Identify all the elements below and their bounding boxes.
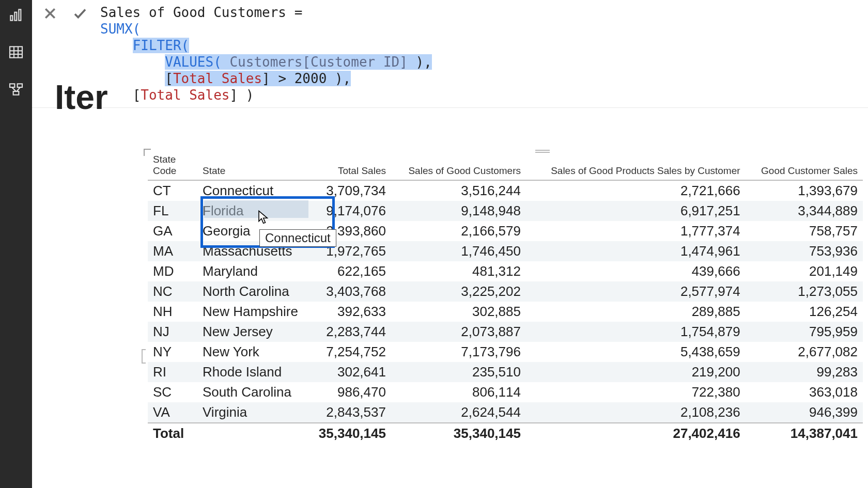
col-state-code[interactable]: State Code	[148, 153, 197, 180]
table-row[interactable]: VAVirginia2,843,5372,624,5442,108,236946…	[148, 402, 863, 423]
cell-state-code[interactable]: MA	[148, 241, 197, 261]
col-sales-good-customers[interactable]: Sales of Good Customers	[391, 153, 526, 180]
report-view-icon[interactable]	[4, 3, 28, 27]
cell-state-code[interactable]: CT	[148, 180, 197, 201]
cell-sales-good-customers[interactable]: 2,073,887	[391, 322, 526, 342]
cell-state[interactable]: South Carolina	[197, 382, 306, 402]
cell-state-code[interactable]: FL	[148, 201, 197, 221]
cell-state[interactable]: Virginia	[197, 402, 306, 423]
cell-state[interactable]: New Hampshire	[197, 302, 306, 322]
cell-good-customer-sales[interactable]: 1,393,679	[746, 180, 863, 201]
cell-sales-good-customers[interactable]: 9,148,948	[391, 201, 526, 221]
table-row[interactable]: RIRhode Island302,641235,510219,20099,28…	[148, 362, 863, 382]
model-view-icon[interactable]	[4, 77, 28, 101]
cell-sales-good-products[interactable]: 289,885	[526, 302, 746, 322]
cell-sales-good-products[interactable]: 439,666	[526, 261, 746, 281]
cell-state[interactable]: New Jersey	[197, 322, 306, 342]
formula-accept-button[interactable]	[65, 1, 95, 26]
cell-state[interactable]: Rhode Island	[197, 362, 306, 382]
cell-total-sales[interactable]: 392,633	[306, 302, 391, 322]
formula-editor[interactable]: Sales of Good Customers = SUMX( FILTER( …	[95, 1, 865, 106]
table-row[interactable]: FLFlorida9,174,0769,148,9486,917,2513,34…	[148, 201, 863, 221]
table-row[interactable]: SCSouth Carolina986,470806,114722,380363…	[148, 382, 863, 402]
cell-sales-good-customers[interactable]: 2,166,579	[391, 221, 526, 241]
cell-state-code[interactable]: SC	[148, 382, 197, 402]
cell-state-code[interactable]: NH	[148, 302, 197, 322]
cell-total-sales[interactable]: 7,254,752	[306, 342, 391, 362]
cell-sales-good-products[interactable]: 2,108,236	[526, 402, 746, 423]
total-row: Total35,340,14535,340,14527,402,41614,38…	[148, 423, 863, 444]
table-row[interactable]: NJNew Jersey2,283,7442,073,8871,754,8797…	[148, 322, 863, 342]
cell-total-sales[interactable]: 9,174,076	[306, 201, 391, 221]
table-row[interactable]: NCNorth Carolina3,403,7683,225,2022,577,…	[148, 281, 863, 302]
cell-sales-good-customers[interactable]: 3,516,244	[391, 180, 526, 201]
visual-drag-handle[interactable]	[535, 150, 550, 155]
cell-good-customer-sales[interactable]: 753,936	[746, 241, 863, 261]
cell-good-customer-sales[interactable]: 2,677,082	[746, 342, 863, 362]
col-sales-good-products-by-customer[interactable]: Sales of Good Products Sales by Customer	[526, 153, 746, 180]
cell-sales-good-products[interactable]: 6,917,251	[526, 201, 746, 221]
table-row[interactable]: MAMassachusetts1,972,7651,746,4501,474,9…	[148, 241, 863, 261]
cell-sales-good-customers[interactable]: 302,885	[391, 302, 526, 322]
col-state[interactable]: State	[197, 153, 306, 180]
cell-sales-good-products[interactable]: 1,754,879	[526, 322, 746, 342]
cell-good-customer-sales[interactable]: 363,018	[746, 382, 863, 402]
table-row[interactable]: MDMaryland622,165481,312439,666201,149	[148, 261, 863, 281]
cell-sales-good-customers[interactable]: 235,510	[391, 362, 526, 382]
cell-good-customer-sales[interactable]: 795,959	[746, 322, 863, 342]
cell-sales-good-products[interactable]: 1,474,961	[526, 241, 746, 261]
cell-state-code[interactable]: NJ	[148, 322, 197, 342]
cell-state-code[interactable]: NY	[148, 342, 197, 362]
cell-state-code[interactable]: MD	[148, 261, 197, 281]
cell-state-code[interactable]: RI	[148, 362, 197, 382]
cell-good-customer-sales[interactable]: 99,283	[746, 362, 863, 382]
cell-sales-good-customers[interactable]: 806,114	[391, 382, 526, 402]
cell-good-customer-sales[interactable]: 201,149	[746, 261, 863, 281]
data-view-icon[interactable]	[4, 40, 28, 64]
cell-sales-good-customers[interactable]: 3,225,202	[391, 281, 526, 302]
cell-total-sales[interactable]: 302,641	[306, 362, 391, 382]
cell-state[interactable]: Maryland	[197, 261, 306, 281]
cell-good-customer-sales[interactable]: 126,254	[746, 302, 863, 322]
cell-sales-good-products[interactable]: 722,380	[526, 382, 746, 402]
cell-good-customer-sales[interactable]: 946,399	[746, 402, 863, 423]
cell-state[interactable]: Florida	[197, 201, 306, 221]
table-row[interactable]: NYNew York7,254,7527,173,7965,438,6592,6…	[148, 342, 863, 362]
cell-good-customer-sales[interactable]: 758,757	[746, 221, 863, 241]
svg-rect-1	[14, 12, 17, 21]
cell-state-code[interactable]: VA	[148, 402, 197, 423]
col-good-customer-sales[interactable]: Good Customer Sales	[746, 153, 863, 180]
cell-sales-good-products[interactable]: 2,577,974	[526, 281, 746, 302]
cell-sales-good-products[interactable]: 2,721,666	[526, 180, 746, 201]
cell-state-code[interactable]: GA	[148, 221, 197, 241]
table-row[interactable]: GAGeorgia2,393,8602,166,5791,777,374758,…	[148, 221, 863, 241]
cell-sales-good-products[interactable]: 1,777,374	[526, 221, 746, 241]
cell-total-sales[interactable]: 986,470	[306, 382, 391, 402]
cell-sales-good-products[interactable]: 5,438,659	[526, 342, 746, 362]
cell-sales-good-products[interactable]: 219,200	[526, 362, 746, 382]
cell-sales-good-customers[interactable]: 7,173,796	[391, 342, 526, 362]
cell-state[interactable]: North Carolina	[197, 281, 306, 302]
cell-total-sales[interactable]: 2,283,744	[306, 322, 391, 342]
formula-cancel-button[interactable]	[35, 1, 65, 26]
visual-side-handle[interactable]	[142, 349, 146, 364]
visual-corner-handle[interactable]	[144, 149, 151, 156]
cell-total-sales[interactable]: 3,403,768	[306, 281, 391, 302]
cell-state[interactable]: Connecticut	[197, 180, 306, 201]
cell-sales-good-customers[interactable]: 1,746,450	[391, 241, 526, 261]
table-visual[interactable]: State Code State Total Sales Sales of Go…	[148, 153, 863, 444]
table-row[interactable]: CTConnecticut3,709,7343,516,2442,721,666…	[148, 180, 863, 201]
cell-total-sales[interactable]: 622,165	[306, 261, 391, 281]
page-title: Iter	[55, 77, 108, 117]
cell-total-sales[interactable]: 3,709,734	[306, 180, 391, 201]
cell-state[interactable]: New York	[197, 342, 306, 362]
total-total-sales: 35,340,145	[306, 423, 391, 444]
cell-good-customer-sales[interactable]: 3,344,889	[746, 201, 863, 221]
cell-total-sales[interactable]: 2,843,537	[306, 402, 391, 423]
col-total-sales[interactable]: Total Sales	[306, 153, 391, 180]
table-row[interactable]: NHNew Hampshire392,633302,885289,885126,…	[148, 302, 863, 322]
cell-sales-good-customers[interactable]: 2,624,544	[391, 402, 526, 423]
cell-sales-good-customers[interactable]: 481,312	[391, 261, 526, 281]
cell-good-customer-sales[interactable]: 1,273,055	[746, 281, 863, 302]
cell-state-code[interactable]: NC	[148, 281, 197, 302]
